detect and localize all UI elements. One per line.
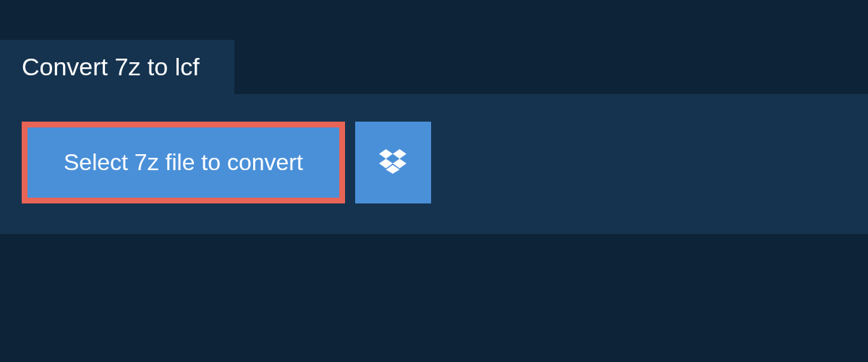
tab-label: Convert 7z to lcf	[22, 53, 200, 80]
dropbox-button[interactable]	[355, 122, 431, 203]
button-row: Select 7z file to convert	[22, 122, 846, 203]
select-file-label: Select 7z file to convert	[64, 149, 303, 176]
conversion-panel: Select 7z file to convert	[0, 94, 868, 234]
tab-convert[interactable]: Convert 7z to lcf	[0, 40, 234, 94]
select-file-button[interactable]: Select 7z file to convert	[22, 122, 345, 203]
tab-header: Convert 7z to lcf	[0, 40, 868, 94]
dropbox-icon	[379, 149, 407, 177]
